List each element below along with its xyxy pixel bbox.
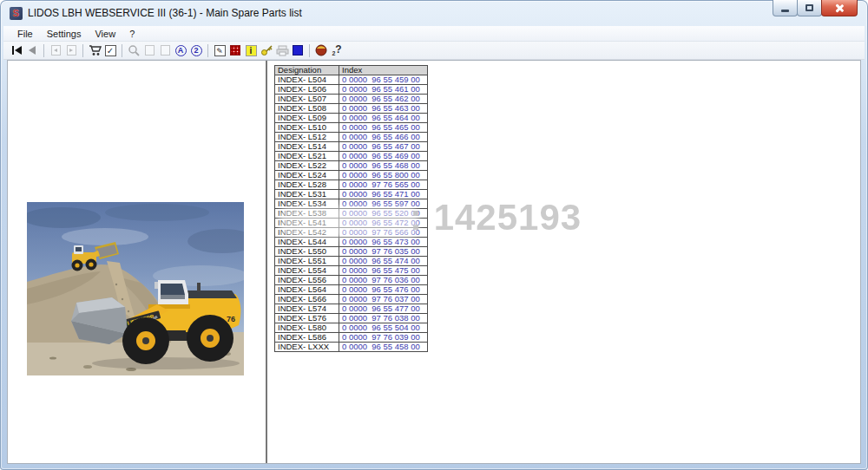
- table-row[interactable]: INDEX- L5860 0000 97 76 039 00: [275, 333, 428, 343]
- column-header-index[interactable]: Index: [339, 66, 428, 75]
- table-row[interactable]: INDEX- L5080 0000 96 55 463 00: [275, 104, 428, 114]
- index-cell[interactable]: 0 0000 96 55 520 00: [339, 209, 428, 219]
- table-row[interactable]: INDEX- L5090 0000 96 55 464 00: [275, 114, 428, 123]
- menu-view[interactable]: View: [88, 28, 122, 40]
- designation-cell[interactable]: INDEX- L507: [275, 95, 339, 104]
- designation-cell[interactable]: INDEX- L531: [275, 190, 339, 199]
- zoom-icon[interactable]: [126, 43, 141, 58]
- index-cell[interactable]: 0 0000 97 76 566 00: [339, 228, 428, 238]
- circle-2-icon[interactable]: 2: [188, 43, 204, 58]
- info-icon[interactable]: i: [243, 43, 259, 58]
- index-cell[interactable]: 0 0000 96 55 463 00: [339, 104, 428, 114]
- table-row[interactable]: INDEX- L5100 0000 96 55 465 00: [275, 123, 428, 133]
- designation-cell[interactable]: INDEX- L509: [275, 114, 339, 123]
- designation-cell[interactable]: INDEX- LXXX: [275, 343, 339, 352]
- designation-cell[interactable]: INDEX- L566: [275, 295, 339, 304]
- designation-cell[interactable]: INDEX- L544: [275, 238, 339, 247]
- table-row[interactable]: INDEX- L5380 0000 96 55 520 00: [275, 209, 428, 219]
- circle-a-icon[interactable]: A: [173, 43, 188, 58]
- menu-file[interactable]: File: [10, 28, 40, 40]
- designation-cell[interactable]: INDEX- L542: [275, 228, 339, 238]
- designation-cell[interactable]: INDEX- L556: [275, 276, 339, 285]
- table-row[interactable]: INDEX- L5440 0000 96 55 473 00: [275, 238, 428, 247]
- close-button[interactable]: [821, 0, 858, 16]
- designation-cell[interactable]: INDEX- L586: [275, 333, 339, 343]
- designation-cell[interactable]: INDEX- L538: [275, 209, 339, 219]
- index-cell[interactable]: 0 0000 96 55 476 00: [339, 285, 428, 295]
- maximize-button[interactable]: [797, 0, 822, 16]
- blue-square-icon[interactable]: [290, 43, 306, 58]
- index-cell[interactable]: 0 0000 96 55 474 00: [339, 257, 428, 266]
- print-icon[interactable]: [274, 43, 290, 58]
- table-row[interactable]: INDEX- L5040 0000 96 55 459 00: [275, 75, 428, 85]
- table-row[interactable]: INDEX- L5660 0000 97 76 037 00: [275, 295, 428, 304]
- table-row[interactable]: INDEX- L5640 0000 96 55 476 00: [275, 285, 428, 295]
- index-cell[interactable]: 0 0000 97 76 037 00: [339, 295, 428, 304]
- index-cell[interactable]: 0 0000 96 55 475 00: [339, 266, 428, 276]
- designation-cell[interactable]: INDEX- L524: [275, 171, 339, 180]
- page-copy-icon[interactable]: [157, 43, 173, 58]
- index-cell[interactable]: 0 0000 96 55 464 00: [339, 114, 428, 123]
- table-row[interactable]: INDEX- LXXX0 0000 96 55 458 00: [275, 343, 428, 352]
- brand-globe-icon[interactable]: [313, 43, 329, 58]
- table-row[interactable]: INDEX- L5540 0000 96 55 475 00: [275, 266, 428, 276]
- index-cell[interactable]: 0 0000 97 76 565 00: [339, 180, 428, 190]
- index-cell[interactable]: 0 0000 96 55 597 00: [339, 199, 428, 209]
- table-row[interactable]: INDEX- L5510 0000 96 55 474 00: [275, 257, 428, 266]
- edit-note-icon[interactable]: ✎: [212, 43, 227, 58]
- index-cell[interactable]: 0 0000 97 76 039 00: [339, 333, 428, 343]
- table-row[interactable]: INDEX- L5420 0000 97 76 566 00: [275, 228, 428, 238]
- designation-cell[interactable]: INDEX- L551: [275, 257, 339, 266]
- key-icon[interactable]: [259, 43, 274, 58]
- designation-cell[interactable]: INDEX- L528: [275, 180, 339, 190]
- index-cell[interactable]: 0 0000 97 76 038 00: [339, 314, 428, 323]
- index-cell[interactable]: 0 0000 96 55 477 00: [339, 304, 428, 314]
- designation-cell[interactable]: INDEX- L512: [275, 133, 339, 142]
- table-row[interactable]: INDEX- L5410 0000 96 55 472 00: [275, 219, 428, 228]
- table-row[interactable]: INDEX- L5280 0000 97 76 565 00: [275, 180, 428, 190]
- index-cell[interactable]: 0 0000 96 55 469 00: [339, 152, 428, 161]
- index-cell[interactable]: 0 0000 96 55 504 00: [339, 323, 428, 333]
- table-row[interactable]: INDEX- L5210 0000 96 55 469 00: [275, 152, 428, 161]
- designation-cell[interactable]: INDEX- L522: [275, 161, 339, 171]
- red-grid-icon[interactable]: [227, 43, 243, 58]
- designation-cell[interactable]: INDEX- L508: [275, 104, 339, 114]
- designation-cell[interactable]: INDEX- L506: [275, 85, 339, 95]
- title-bar[interactable]: S LIDOS LBH WEBSERVICE III (36-1) - Main…: [0, 0, 868, 26]
- table-row[interactable]: INDEX- L5240 0000 96 55 800 00: [275, 171, 428, 180]
- table-row[interactable]: INDEX- L5060 0000 96 55 461 00: [275, 85, 428, 95]
- help-about-icon[interactable]: 2?: [329, 43, 345, 58]
- index-cell[interactable]: 0 0000 96 55 458 00: [339, 343, 428, 352]
- table-row[interactable]: INDEX- L5140 0000 96 55 467 00: [275, 142, 428, 152]
- index-cell[interactable]: 0 0000 96 55 471 00: [339, 190, 428, 199]
- table-row[interactable]: INDEX- L5340 0000 96 55 597 00: [275, 199, 428, 209]
- page-icon[interactable]: [141, 43, 157, 58]
- index-cell[interactable]: 0 0000 96 55 461 00: [339, 85, 428, 95]
- column-header-designation[interactable]: Designation: [275, 66, 339, 75]
- table-row[interactable]: INDEX- L5070 0000 96 55 462 00: [275, 95, 428, 104]
- index-cell[interactable]: 0 0000 96 55 462 00: [339, 95, 428, 104]
- index-cell[interactable]: 0 0000 96 55 800 00: [339, 171, 428, 180]
- designation-cell[interactable]: INDEX- L541: [275, 219, 339, 228]
- index-cell[interactable]: 0 0000 96 55 465 00: [339, 123, 428, 133]
- designation-cell[interactable]: INDEX- L554: [275, 266, 339, 276]
- designation-cell[interactable]: INDEX- L564: [275, 285, 339, 295]
- shopping-cart-icon[interactable]: [87, 43, 102, 58]
- designation-cell[interactable]: INDEX- L521: [275, 152, 339, 161]
- designation-cell[interactable]: INDEX- L514: [275, 142, 339, 152]
- view-prev-icon[interactable]: ◂: [48, 43, 63, 58]
- table-row[interactable]: INDEX- L5120 0000 96 55 466 00: [275, 133, 428, 142]
- minimize-button[interactable]: [773, 0, 798, 16]
- nav-first-icon[interactable]: [9, 43, 24, 58]
- menu-help[interactable]: ?: [122, 28, 141, 40]
- index-cell[interactable]: 0 0000 96 55 468 00: [339, 161, 428, 171]
- view-next-icon[interactable]: ▸: [63, 43, 79, 58]
- designation-cell[interactable]: INDEX- L534: [275, 199, 339, 209]
- checkbox-check-icon[interactable]: ✓: [102, 43, 118, 58]
- table-row[interactable]: INDEX- L5740 0000 96 55 477 00: [275, 304, 428, 314]
- nav-prev-icon[interactable]: [24, 43, 40, 58]
- designation-cell[interactable]: INDEX- L574: [275, 304, 339, 314]
- index-cell[interactable]: 0 0000 96 55 466 00: [339, 133, 428, 142]
- table-row[interactable]: INDEX- L5220 0000 96 55 468 00: [275, 161, 428, 171]
- index-cell[interactable]: 0 0000 96 55 473 00: [339, 238, 428, 247]
